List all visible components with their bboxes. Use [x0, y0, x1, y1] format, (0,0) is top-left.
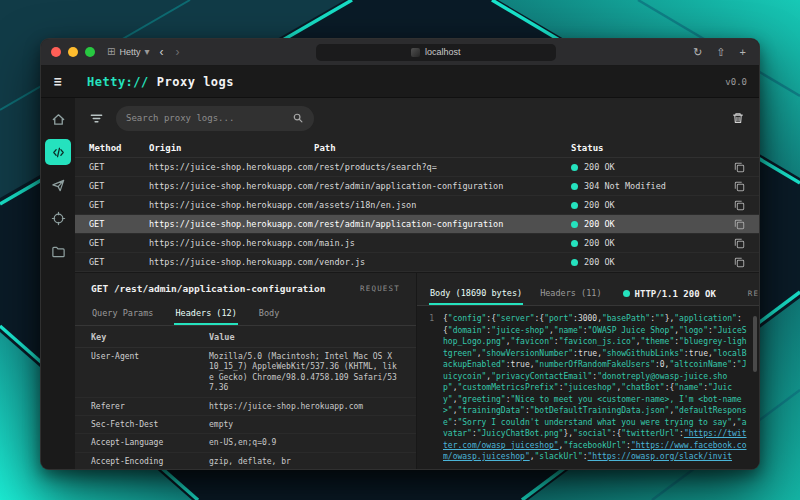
response-status-text: HTTP/1.1 200 OK [635, 289, 716, 299]
log-method: GET [89, 257, 149, 267]
log-table: Method Origin Path Status GET https://ju… [75, 138, 759, 272]
copy-cell [719, 162, 745, 173]
clear-logs-trash-icon[interactable] [731, 111, 745, 125]
log-status-label: 200 OK [584, 257, 615, 267]
minimize-button[interactable] [68, 47, 78, 57]
log-row[interactable]: GET https://juice-shop.herokuapp.com /ve… [75, 253, 759, 272]
copy-icon[interactable] [734, 257, 745, 268]
log-origin: https://juice-shop.herokuapp.com [149, 238, 314, 248]
column-status: Status [571, 143, 719, 153]
log-status: 304 Not Modified [571, 181, 719, 191]
address-text: localhost [425, 47, 461, 57]
new-tab-icon[interactable]: + [737, 47, 749, 58]
copy-cell [719, 238, 745, 249]
status-dot-icon [571, 259, 578, 266]
log-status: 200 OK [571, 162, 719, 172]
column-origin: Origin [149, 143, 314, 153]
header-row: Referer https://juice-shop.herokuapp.com [75, 398, 416, 416]
request-panel: GET /rest/admin/application-configuratio… [75, 273, 417, 469]
sidebar-item-home[interactable] [45, 106, 71, 132]
search-input[interactable] [126, 113, 286, 123]
log-table-header: Method Origin Path Status [75, 138, 759, 158]
header-value: gzip, deflate, br [209, 457, 400, 467]
line-number: 1 [417, 313, 443, 462]
brand-logo: Hetty:// [87, 75, 149, 89]
column-path: Path [314, 143, 571, 153]
sidebar-item-sender[interactable] [45, 172, 71, 198]
zoom-button[interactable] [85, 47, 95, 57]
close-button[interactable] [51, 47, 61, 57]
tab[interactable]: Headers (11) [539, 282, 602, 305]
app-menu[interactable]: ⊞ Hetty ▾ [107, 47, 149, 57]
header-value: empty [209, 420, 400, 430]
sidebar-item-scope[interactable] [45, 205, 71, 231]
sidebar-item-projects[interactable] [45, 238, 71, 264]
copy-icon[interactable] [734, 200, 745, 211]
chevron-down-icon: ▾ [144, 47, 149, 57]
log-row[interactable]: GET https://juice-shop.herokuapp.com /re… [75, 215, 759, 234]
log-row[interactable]: GET https://juice-shop.herokuapp.com /re… [75, 158, 759, 177]
copy-cell [719, 257, 745, 268]
reload-icon[interactable]: ↻ [690, 47, 705, 58]
header-key: Sec-Fetch-Dest [91, 420, 209, 430]
log-status-label: 304 Not Modified [584, 181, 666, 191]
header-key: Referer [91, 402, 209, 412]
filter-icon[interactable] [89, 111, 104, 126]
log-status-label: 200 OK [584, 162, 615, 172]
tab[interactable]: Headers (12) [174, 302, 237, 325]
sidebar-item-proxy-logs[interactable] [45, 139, 71, 165]
log-status-label: 200 OK [584, 219, 615, 229]
log-method: GET [89, 162, 149, 172]
column-value: Value [209, 332, 400, 342]
log-origin: https://juice-shop.herokuapp.com [149, 219, 314, 229]
log-status-label: 200 OK [584, 238, 615, 248]
header-value: https://juice-shop.herokuapp.com [209, 402, 400, 412]
copy-icon[interactable] [734, 162, 745, 173]
app-header: ≡ Hetty:// Proxy logs v0.0 [41, 66, 759, 98]
version-label: v0.0 [725, 77, 747, 87]
share-icon[interactable]: ⇧ [713, 47, 728, 58]
request-title: GET /rest/admin/application-configuratio… [91, 282, 326, 295]
header-key: Accept-Encoding [91, 457, 209, 467]
header-key: Accept-Language [91, 438, 209, 448]
status-dot-icon [571, 183, 578, 190]
address-bar[interactable]: localhost [316, 44, 556, 61]
request-header: GET /rest/admin/application-configuratio… [75, 282, 416, 295]
log-method: GET [89, 238, 149, 248]
log-path: /rest/products/search?q= [314, 162, 571, 172]
log-path: /assets/i18n/en.json [314, 200, 571, 210]
request-tabs: Query Params Headers (12) Body [75, 302, 416, 326]
log-row[interactable]: GET https://juice-shop.herokuapp.com /ma… [75, 234, 759, 253]
traffic-lights [51, 47, 95, 57]
code-icon [51, 145, 66, 160]
log-status-label: 200 OK [584, 200, 615, 210]
page-title: Proxy logs [157, 75, 234, 89]
hamburger-menu-icon[interactable]: ≡ [41, 74, 75, 89]
search-box[interactable] [116, 106, 314, 131]
nav-forward-button[interactable]: › [173, 46, 181, 58]
response-status: HTTP/1.1 200 OK [623, 289, 716, 299]
log-origin: https://juice-shop.herokuapp.com [149, 181, 314, 191]
tab[interactable]: Query Params [91, 302, 154, 325]
response-body[interactable]: 1 {"config":{"server":{"port":3000,"base… [417, 306, 759, 469]
tab[interactable]: Body [258, 302, 280, 325]
address-area: localhost [189, 44, 682, 61]
log-path: /main.js [314, 238, 571, 248]
copy-icon[interactable] [734, 181, 745, 192]
log-row[interactable]: GET https://juice-shop.herokuapp.com /as… [75, 196, 759, 215]
headers-table-body: User-Agent Mozilla/5.0 (Macintosh; Intel… [75, 348, 416, 469]
copy-icon[interactable] [734, 238, 745, 249]
tab[interactable]: Body (18690 bytes) [429, 282, 523, 305]
header-value: Mozilla/5.0 (Macintosh; Intel Mac OS X 1… [209, 352, 400, 394]
nav-back-button[interactable]: ‹ [157, 46, 165, 58]
header-row: Accept-Language en-US,en;q=0.9 [75, 434, 416, 452]
toolbar [75, 98, 759, 138]
site-favicon-icon [411, 48, 420, 57]
copy-icon[interactable] [734, 219, 745, 230]
response-tab-bar: Body (18690 bytes) Headers (11) HTTP/1.1… [417, 282, 759, 306]
scrollbar-thumb[interactable] [753, 316, 757, 372]
content: Method Origin Path Status GET https://ju… [41, 98, 759, 469]
column-key: Key [91, 332, 209, 342]
response-panel: Body (18690 bytes) Headers (11) HTTP/1.1… [417, 273, 759, 469]
log-row[interactable]: GET https://juice-shop.herokuapp.com /re… [75, 177, 759, 196]
